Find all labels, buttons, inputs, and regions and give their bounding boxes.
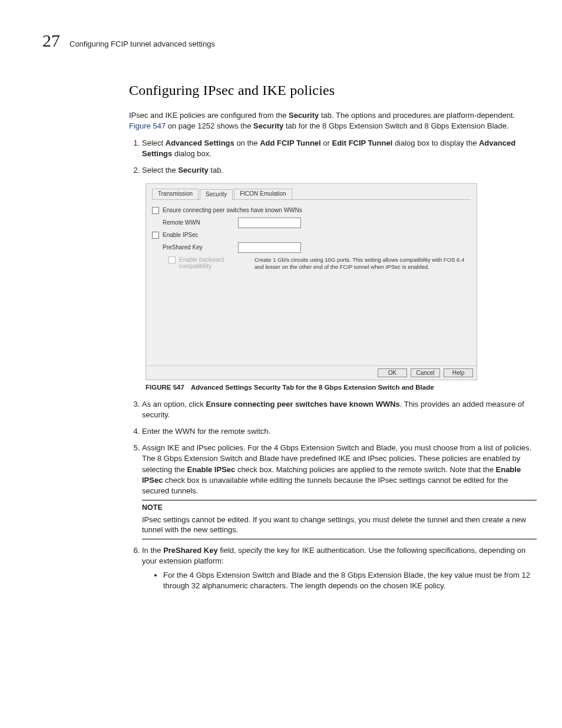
- backward-compat-hint: Create 1 Gb/s circuits using 10G ports. …: [254, 256, 471, 271]
- text: check box. Matching policies are applied…: [235, 465, 495, 474]
- dialog-footer: OK Cancel Help: [146, 365, 477, 380]
- step-6: In the PreShared Key field, specify the …: [142, 545, 537, 592]
- enable-ipsec-label: Enable IPSec: [163, 232, 199, 238]
- tab-transmission[interactable]: Transmission: [152, 189, 199, 199]
- text: on the: [234, 139, 260, 147]
- cancel-button[interactable]: Cancel: [411, 368, 440, 377]
- preshared-key-row: PreShared Key: [163, 242, 471, 253]
- dialog-body: Transmission Security FICON Emulation En…: [146, 184, 477, 365]
- security-tab-ref: Security: [253, 121, 283, 130]
- chapter-number: 27: [42, 31, 60, 51]
- enable-ipsec-checkbox[interactable]: [152, 232, 159, 239]
- help-button[interactable]: Help: [444, 368, 473, 377]
- ensure-option-ref: Ensure connecting peer switches have kno…: [206, 400, 399, 409]
- note-rule-bottom: [142, 539, 537, 539]
- ensure-wwns-checkbox[interactable]: [152, 207, 159, 214]
- ensure-wwns-label: Ensure connecting peer switches have kno…: [163, 207, 302, 213]
- remote-wwn-label: Remote WWN: [163, 219, 238, 226]
- figure-link[interactable]: Figure 547: [129, 121, 166, 130]
- content: Configuring IPsec and IKE policies IPsec…: [129, 83, 537, 592]
- text: check box is unavailable while editing t…: [142, 476, 508, 495]
- preshared-key-label: PreShared Key: [163, 244, 238, 251]
- backward-compat-checkbox: [168, 256, 176, 263]
- tabstrip: Transmission Security FICON Emulation: [152, 189, 471, 200]
- text: tab for the 8 Gbps Extension Switch and …: [283, 121, 508, 130]
- text: Enter the WWN for the remote switch.: [142, 427, 270, 436]
- page: 27 Configuring FCIP tunnel advanced sett…: [0, 0, 562, 728]
- section-title: Configuring IPsec and IKE policies: [129, 83, 537, 98]
- text: tab. The options and procedures are plat…: [319, 111, 515, 120]
- text: As an option, click: [142, 400, 206, 409]
- intro-paragraph: IPsec and IKE policies are configured fr…: [129, 110, 537, 131]
- chapter-title: Configuring FCIP tunnel advanced setting…: [70, 39, 215, 48]
- enable-ipsec-ref: Enable IPSec: [187, 465, 236, 474]
- text: dialog box.: [172, 149, 211, 158]
- enable-ipsec-row: Enable IPSec: [152, 232, 471, 239]
- text: Select the: [142, 166, 178, 174]
- security-tab-ref: Security: [178, 166, 208, 174]
- text: For the 4 Gbps Extension Switch and Blad…: [163, 571, 530, 590]
- remote-wwn-input[interactable]: [238, 218, 301, 228]
- step-5: Assign IKE and IPsec policies. For the 4…: [142, 443, 537, 539]
- text: or: [321, 139, 332, 147]
- backcompat-row: Enable backward compatibility Create 1 G…: [168, 256, 471, 271]
- figure-label: FIGURE 547: [146, 384, 184, 391]
- text: on page 1252 shows the: [166, 121, 253, 130]
- text: Select: [142, 139, 166, 147]
- figure-caption: FIGURE 547 Advanced Settings Security Ta…: [146, 384, 537, 391]
- ensure-wwns-row: Ensure connecting peer switches have kno…: [152, 207, 471, 214]
- note-rule-top: [142, 500, 537, 500]
- security-tab-ref: Security: [289, 111, 319, 120]
- step-1: Select Advanced Settings on the Add FCIP…: [142, 138, 537, 159]
- text: dialog box to display the: [392, 139, 479, 147]
- remote-wwn-row: Remote WWN: [163, 218, 471, 228]
- tab-security[interactable]: Security: [200, 189, 233, 200]
- step-6-bullets: For the 4 Gbps Extension Switch and Blad…: [142, 570, 537, 591]
- preshared-key-input[interactable]: [238, 242, 301, 253]
- running-head: 27 Configuring FCIP tunnel advanced sett…: [42, 31, 520, 51]
- backward-compat-label: Enable backward compatibility: [179, 256, 250, 269]
- add-tunnel-ref: Add FCIP Tunnel: [260, 139, 321, 147]
- note-body: IPsec settings cannot be edited. If you …: [142, 515, 537, 535]
- edit-tunnel-ref: Edit FCIP Tunnel: [332, 139, 392, 147]
- text: In the: [142, 546, 163, 555]
- step-3: As an option, click Ensure connecting pe…: [142, 399, 537, 420]
- step-2: Select the Security tab.: [142, 165, 537, 176]
- advanced-settings-ref: Advanced Settings: [166, 139, 234, 147]
- figure-547: Transmission Security FICON Emulation En…: [146, 183, 537, 391]
- steps-top: Select Advanced Settings on the Add FCIP…: [129, 138, 537, 176]
- ok-button[interactable]: OK: [378, 368, 407, 377]
- step-4: Enter the WWN for the remote switch.: [142, 426, 537, 437]
- advanced-settings-dialog: Transmission Security FICON Emulation En…: [146, 183, 477, 380]
- tab-ficon-emulation[interactable]: FICON Emulation: [234, 189, 292, 199]
- steps-bottom: As an option, click Ensure connecting pe…: [129, 399, 537, 592]
- figure-text: Advanced Settings Security Tab for the 8…: [191, 384, 434, 391]
- text: tab.: [209, 166, 223, 174]
- note-heading: NOTE: [142, 503, 537, 513]
- text: IPsec and IKE policies are configured fr…: [129, 111, 289, 120]
- step-6-bullet-1: For the 4 Gbps Extension Switch and Blad…: [163, 570, 537, 591]
- preshared-key-ref: PreShared Key: [163, 546, 218, 555]
